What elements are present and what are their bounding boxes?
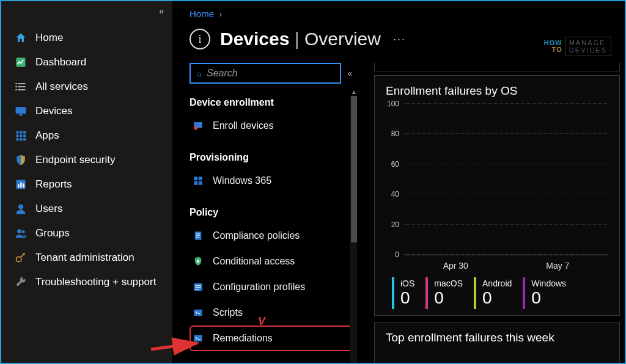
- svg-rect-20: [20, 183, 22, 187]
- sidebar-collapse-button[interactable]: «: [159, 6, 164, 16]
- terminal-icon: [192, 307, 204, 319]
- top-failures-card: Top enrollment failures this week: [374, 322, 620, 363]
- list-icon: [15, 81, 27, 93]
- y-tick: 100: [387, 100, 399, 108]
- grid-icon: [15, 129, 27, 142]
- wrench-icon: [15, 276, 27, 288]
- title-suffix: Overview: [304, 29, 381, 49]
- menu-label: Enroll devices: [213, 120, 274, 131]
- menu-item-configuration-profiles[interactable]: Configuration profiles: [190, 274, 352, 300]
- nav-item-all-services[interactable]: All services: [1, 75, 172, 99]
- nav-item-devices[interactable]: Devices: [1, 99, 172, 123]
- svg-point-6: [15, 89, 17, 91]
- menu-item-windows-365[interactable]: Windows 365: [190, 168, 352, 194]
- y-tick: 20: [391, 220, 399, 229]
- menu-item-remediations[interactable]: Remediations: [190, 326, 352, 351]
- menu-label: Windows 365: [213, 175, 271, 186]
- card-title: Top enrollment failures this week: [386, 331, 608, 344]
- nav-item-endpoint-security[interactable]: Endpoint security: [1, 148, 172, 172]
- legend-label: Android: [482, 278, 512, 288]
- scrollbar-thumb[interactable]: [351, 96, 357, 242]
- y-tick: 80: [391, 129, 399, 138]
- app-root: « Home Dashboard All services: [1, 1, 625, 363]
- svg-rect-43: [194, 335, 202, 342]
- svg-rect-32: [199, 181, 202, 185]
- svg-rect-42: [194, 310, 202, 316]
- svg-rect-37: [197, 260, 199, 263]
- svg-rect-19: [18, 184, 20, 187]
- section-title-device-enrollment: Device enrollment: [190, 97, 352, 108]
- svg-point-24: [22, 230, 25, 233]
- submenu-scrollbar[interactable]: ▲: [350, 96, 357, 363]
- svg-rect-9: [17, 131, 19, 134]
- monitor-icon: [15, 105, 27, 117]
- chart-legend: iOS 0 macOS 0 Android 0 Windows: [392, 277, 608, 309]
- key-icon: [15, 252, 27, 264]
- legend-label: iOS: [400, 278, 414, 288]
- breadcrumb-home[interactable]: Home: [190, 9, 214, 19]
- config-icon: [192, 281, 204, 293]
- title-separator: |: [295, 29, 300, 49]
- svg-rect-17: [23, 138, 26, 140]
- svg-rect-29: [194, 177, 197, 180]
- chevron-right-icon: ›: [219, 9, 222, 19]
- menu-label: Compliance policies: [213, 230, 300, 241]
- enrollment-failures-chart: 100 80 60 40 20 0 Apr 30 May 7: [404, 104, 608, 255]
- terminal-icon: [192, 332, 204, 344]
- breadcrumb: Home ›: [172, 1, 625, 23]
- svg-point-4: [15, 83, 17, 85]
- card-title: Enrollment failures by OS: [386, 84, 608, 98]
- legend-value: 0: [482, 288, 512, 308]
- x-tick: May 7: [546, 261, 569, 271]
- home-icon: [15, 32, 27, 44]
- nav-label: Dashboard: [35, 56, 86, 68]
- legend-value: 0: [531, 288, 566, 308]
- search-input[interactable]: [207, 68, 334, 79]
- nav-item-groups[interactable]: Groups: [1, 221, 172, 246]
- menu-item-scripts[interactable]: Scripts: [190, 300, 352, 326]
- menu-item-conditional-access[interactable]: Conditional access: [190, 249, 352, 274]
- shield-icon: [15, 154, 27, 166]
- menu-item-enroll-devices[interactable]: ! Enroll devices: [190, 113, 352, 139]
- svg-point-23: [17, 229, 21, 233]
- nav-label: Home: [35, 32, 63, 44]
- windows-icon: [192, 175, 204, 187]
- more-button[interactable]: ···: [393, 33, 406, 46]
- nav-item-home[interactable]: Home: [1, 26, 172, 50]
- nav-label: Endpoint security: [35, 154, 115, 166]
- prev-card-bottom-edge: [374, 63, 620, 71]
- nav-item-dashboard[interactable]: Dashboard: [1, 50, 172, 75]
- nav-item-apps[interactable]: Apps: [1, 123, 172, 148]
- legend-macos: macOS 0: [425, 277, 463, 309]
- user-icon: [15, 203, 27, 215]
- section-title-provisioning: Provisioning: [190, 152, 352, 163]
- menu-label: Remediations: [213, 333, 273, 344]
- sidebar-nav-list: Home Dashboard All services Devices: [1, 26, 172, 294]
- nav-item-users[interactable]: Users: [1, 197, 172, 221]
- scroll-up-arrow-icon[interactable]: ▲: [351, 89, 357, 96]
- x-tick: Apr 30: [443, 261, 468, 271]
- content-column: Enrollment failures by OS 100 80 60 40 2…: [357, 63, 625, 363]
- legend-windows: Windows 0: [523, 277, 566, 309]
- legend-label: Windows: [531, 278, 566, 288]
- enroll-icon: !: [192, 120, 204, 132]
- nav-item-reports[interactable]: Reports: [1, 172, 172, 197]
- nav-label: Users: [35, 203, 62, 215]
- svg-rect-10: [20, 131, 22, 134]
- menu-item-compliance-policies[interactable]: Compliance policies: [190, 223, 352, 249]
- submenu-collapse-button[interactable]: «: [347, 68, 352, 78]
- info-icon: i: [190, 29, 210, 49]
- nav-label: Apps: [35, 129, 59, 142]
- svg-rect-30: [199, 177, 202, 180]
- nav-label: Devices: [35, 105, 72, 117]
- svg-point-5: [15, 86, 17, 88]
- y-tick: 0: [395, 250, 399, 259]
- svg-rect-12: [17, 134, 19, 137]
- nav-item-tenant-admin[interactable]: Tenant administration: [1, 246, 172, 270]
- legend-value: 0: [400, 288, 414, 308]
- nav-item-troubleshooting[interactable]: Troubleshooting + support: [1, 270, 172, 294]
- submenu-search-box[interactable]: ⌕: [190, 63, 341, 84]
- shield-small-icon: [192, 255, 204, 268]
- nav-label: Groups: [35, 227, 70, 239]
- menu-label: Conditional access: [213, 256, 295, 267]
